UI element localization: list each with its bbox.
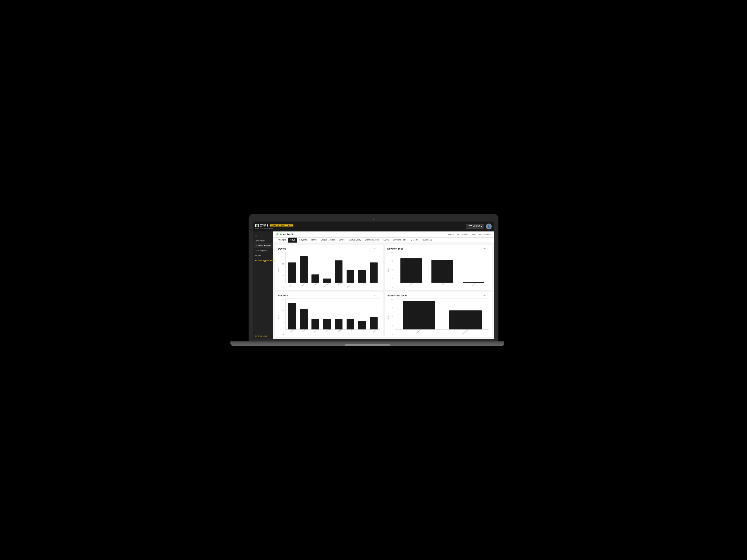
tab-startup-failures[interactable]: Startup Failures [363, 238, 381, 243]
x-labels-subscriber-type: AuthenticatedNot Authenticated [395, 330, 489, 335]
chart-area-platform: Plays151050AndroidFire OSLinux OSRoku OS… [278, 298, 380, 335]
y-axis-label: 0 [281, 333, 284, 335]
bar [311, 319, 319, 329]
bar [463, 282, 484, 283]
bars-container-platform [285, 298, 380, 330]
utc-badge[interactable]: UTC +05:30 ▾ [466, 224, 484, 229]
date-range: Aug 29, 2023 12:00 AM - Sep 5, 2023 12:0… [448, 233, 491, 236]
y-axis-label: 10 [281, 310, 284, 312]
sidebar: ✕ Distribution Content Insights Data Exp… [253, 232, 273, 339]
camera [372, 218, 375, 220]
y-axis-label: 30 [390, 307, 393, 309]
distribution-label: Distribution [255, 240, 265, 242]
chart-title-device: Device [278, 247, 286, 250]
x-labels-network-type: Cable/DSLWiFiunknown [395, 283, 489, 288]
logo-area: ⬛ ZYPE ADVANCED ANALYTICS™ powered by Me… [255, 224, 293, 229]
bar-group [396, 252, 426, 283]
plays-axis-label: Plays [387, 268, 389, 272]
bar-group [368, 252, 379, 283]
y-axis-device: 151050 [281, 251, 285, 288]
sidebar-item-data-explorer[interactable]: Data Explorer [253, 248, 273, 253]
eye-icon[interactable]: 👁 [374, 247, 376, 250]
data-explorer-label: Data Explorer [255, 249, 267, 252]
sidebar-item-back-to-zype[interactable]: Back to Zype Admin [253, 258, 273, 263]
screen: ⬛ ZYPE ADVANCED ANALYTICS™ powered by Me… [253, 221, 494, 339]
y-axis-label: 20 [390, 316, 393, 317]
bar-group [310, 299, 321, 329]
y-axis-label: 0 [390, 334, 393, 335]
bar-group [427, 252, 457, 283]
y-axis-label: 10 [390, 278, 393, 279]
chart-header-device: Device👁⋮ [278, 247, 380, 250]
chart-header-network-type: Network Type👁⋮ [387, 247, 489, 250]
bar [432, 260, 453, 283]
x-labels-platform: AndroidFire OSLinux OSRoku OSWebOSiOStvO… [285, 330, 380, 335]
sub-header-left: ⚙ All Traffic [276, 233, 294, 236]
more-icon[interactable]: ⋮ [487, 247, 489, 250]
bar-group [345, 299, 356, 329]
filter-icon[interactable]: ⚙ [276, 233, 279, 236]
bar [323, 278, 331, 283]
plays-axis-label: Plays [278, 315, 280, 319]
y-axis-label: 0 [281, 287, 284, 288]
bar [346, 270, 354, 283]
sidebar-item-report[interactable]: Report [253, 253, 273, 258]
sidebar-item-content-insights[interactable]: Content Insights [253, 243, 273, 248]
chart-inner-platform: AndroidFire OSLinux OSRoku OSWebOSiOStvO… [285, 298, 380, 335]
eye-icon[interactable]: 👁 [374, 294, 376, 297]
bar [358, 270, 366, 283]
bars-container-device [285, 251, 380, 283]
bar [300, 309, 308, 329]
chart-area-device: Plays151050Amazon Fire TVAndroid PhoneAp… [278, 251, 380, 288]
charts-grid: Device👁⋮Plays151050Amazon Fire TVAndroid… [273, 243, 494, 339]
bar [300, 256, 308, 283]
y-axis-subscriber-type: 403020100 [390, 298, 394, 335]
chart-header-platform: Platform👁⋮ [278, 294, 380, 297]
sidebar-item-distribution[interactable]: Distribution [253, 238, 273, 243]
back-to-zype-label: Back to Zype Admin [255, 260, 274, 262]
sidebar-version: ZYPE_SS_v2.0.0 [255, 335, 267, 337]
bar [335, 261, 342, 283]
sidebar-close-button[interactable]: ✕ [253, 233, 273, 238]
bar-group [345, 252, 356, 283]
tab-ebvs[interactable]: EBVS [382, 238, 391, 243]
more-icon[interactable]: ⋮ [378, 247, 380, 250]
y-axis-label: 30 [390, 260, 393, 262]
tab-q-metric[interactable]: Q-Metric [409, 238, 420, 243]
y-axis-label: 0 [390, 287, 393, 288]
bar [323, 319, 331, 329]
bar-group [396, 299, 442, 329]
bar [370, 317, 378, 329]
bar-group [298, 299, 309, 329]
chart-area-subscriber-type: Plays403020100AuthenticatedNot Authentic… [387, 298, 489, 335]
logo-zype: ZYPE [260, 224, 269, 227]
tab-attempts[interactable]: Attempts [276, 238, 288, 243]
logo-box-icon: ⬛ [255, 224, 259, 227]
bar-group [458, 252, 489, 283]
chart-header-subscriber-type: Subscriber Type👁⋮ [387, 294, 489, 297]
eye-icon[interactable]: 👁 [483, 247, 486, 250]
tab-qbr-imos[interactable]: QBR iMOS [420, 238, 434, 243]
tab-startup-delay[interactable]: Startup Delay [347, 238, 363, 243]
bar [346, 319, 354, 329]
bar-group [310, 252, 321, 283]
tab-traffic[interactable]: Traffic [309, 238, 318, 243]
plays-axis-label: Plays [278, 268, 280, 272]
tab-buffering-ratio[interactable]: Buffering Ratio [391, 238, 408, 243]
tab-playtime[interactable]: Playtime [298, 238, 309, 243]
tab-plays[interactable]: Plays [288, 238, 297, 243]
laptop-base [230, 341, 504, 346]
bar-group [442, 299, 489, 329]
bar [370, 263, 378, 283]
tab-errors[interactable]: Errors [337, 238, 346, 243]
chart-card-platform: Platform👁⋮Plays151050AndroidFire OSLinux… [275, 292, 383, 337]
eye-icon[interactable]: 👁 [483, 294, 486, 297]
tabs-bar: Attempts Plays Playtime Traffic Unique V… [273, 238, 494, 243]
bars-container-network-type [395, 251, 489, 283]
bar [311, 274, 319, 283]
more-icon[interactable]: ⋮ [378, 294, 380, 297]
sub-header: ⚙ All Traffic Aug 29, 2023 12:00 AM - Se… [273, 232, 494, 238]
more-icon[interactable]: ⋮ [487, 294, 489, 297]
user-avatar[interactable]: 👤 [486, 223, 492, 230]
tab-unique-viewers[interactable]: Unique Viewers [319, 238, 337, 243]
